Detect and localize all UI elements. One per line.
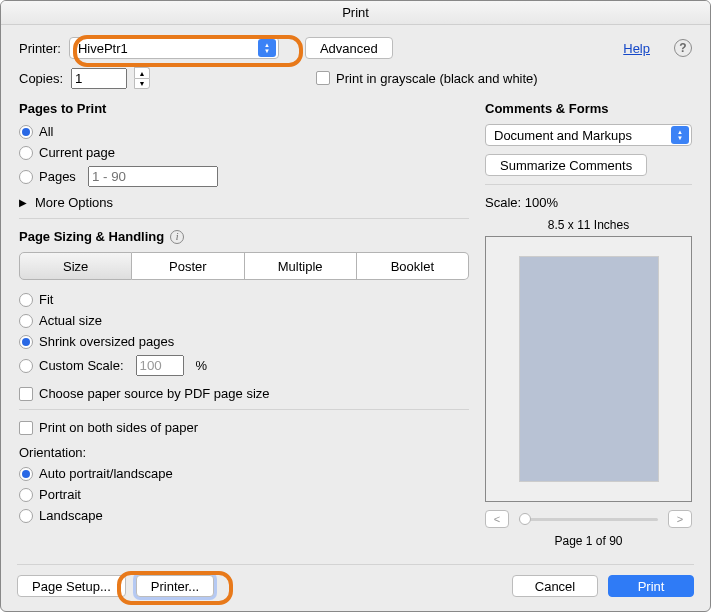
next-page-button[interactable]: > [668,510,692,528]
print-button[interactable]: Print [608,575,694,597]
printer-label: Printer: [19,41,61,56]
select-arrows-icon [258,39,276,57]
grayscale-checkbox[interactable]: Print in grayscale (black and white) [316,71,538,86]
radio-dot-icon [19,170,33,184]
orientation-landscape-radio[interactable]: Landscape [19,508,469,523]
page-setup-button[interactable]: Page Setup... [17,575,126,597]
info-icon[interactable]: i [170,230,184,244]
tab-multiple[interactable]: Multiple [245,252,357,280]
radio-dot-icon [19,314,33,328]
printer-button[interactable]: Printer... [136,575,214,597]
page-slider[interactable] [515,512,662,526]
print-preview [485,236,692,502]
shrink-radio[interactable]: Shrink oversized pages [19,334,469,349]
stepper-up-icon[interactable]: ▲ [134,67,150,78]
copies-stepper[interactable]: ▲ ▼ [134,67,150,89]
pages-all-radio[interactable]: All [19,124,469,139]
pages-to-print-title: Pages to Print [19,101,469,116]
paper-source-checkbox[interactable]: Choose paper source by PDF page size [19,386,469,401]
stepper-down-icon[interactable]: ▼ [134,78,150,89]
chevron-left-icon: < [494,513,500,525]
sizing-tabs: Size Poster Multiple Booklet [19,252,469,280]
radio-dot-icon [19,359,33,373]
fit-radio[interactable]: Fit [19,292,469,307]
preview-page-icon [519,256,659,482]
comments-select[interactable]: Document and Markups [485,124,692,146]
orientation-auto-radio[interactable]: Auto portrait/landscape [19,466,469,481]
window-title: Print [342,5,369,20]
custom-scale-radio[interactable]: Custom Scale: % [19,355,469,376]
summarize-comments-button[interactable]: Summarize Comments [485,154,647,176]
tab-poster[interactable]: Poster [132,252,244,280]
tab-booklet[interactable]: Booklet [357,252,469,280]
radio-dot-icon [19,293,33,307]
checkbox-box-icon [19,421,33,435]
checkbox-box-icon [19,387,33,401]
slider-thumb-icon [519,513,531,525]
printer-value: HivePtr1 [78,41,128,56]
custom-scale-input[interactable] [136,355,184,376]
select-arrows-icon [671,126,689,144]
print-dialog: Print Printer: HivePtr1 Advanced Help ? … [0,0,711,612]
copies-label: Copies: [19,71,63,86]
radio-dot-icon [19,488,33,502]
orientation-portrait-radio[interactable]: Portrait [19,487,469,502]
help-icon[interactable]: ? [674,39,692,57]
sheet-size-label: 8.5 x 11 Inches [485,218,692,232]
prev-page-button[interactable]: < [485,510,509,528]
pages-current-radio[interactable]: Current page [19,145,469,160]
copies-input[interactable] [71,68,127,89]
pages-range-radio[interactable]: Pages [19,166,469,187]
tab-size[interactable]: Size [19,252,132,280]
advanced-button[interactable]: Advanced [305,37,393,59]
page-sizing-title: Page Sizing & Handling [19,229,164,244]
both-sides-checkbox[interactable]: Print on both sides of paper [19,420,469,435]
radio-dot-icon [19,335,33,349]
disclosure-triangle-icon: ▶ [19,197,27,208]
checkbox-box-icon [316,71,330,85]
orientation-label: Orientation: [19,445,469,460]
page-counter: Page 1 of 90 [485,534,692,548]
pages-range-input[interactable] [88,166,218,187]
help-link[interactable]: Help [623,41,650,56]
more-options-toggle[interactable]: ▶ More Options [19,195,469,210]
chevron-right-icon: > [677,513,683,525]
comments-title: Comments & Forms [485,101,692,116]
actual-size-radio[interactable]: Actual size [19,313,469,328]
scale-label: Scale: 100% [485,195,692,210]
titlebar: Print [1,1,710,25]
printer-select[interactable]: HivePtr1 [69,37,279,59]
cancel-button[interactable]: Cancel [512,575,598,597]
radio-dot-icon [19,509,33,523]
radio-dot-icon [19,146,33,160]
slider-track [519,518,658,521]
radio-dot-icon [19,467,33,481]
radio-dot-icon [19,125,33,139]
